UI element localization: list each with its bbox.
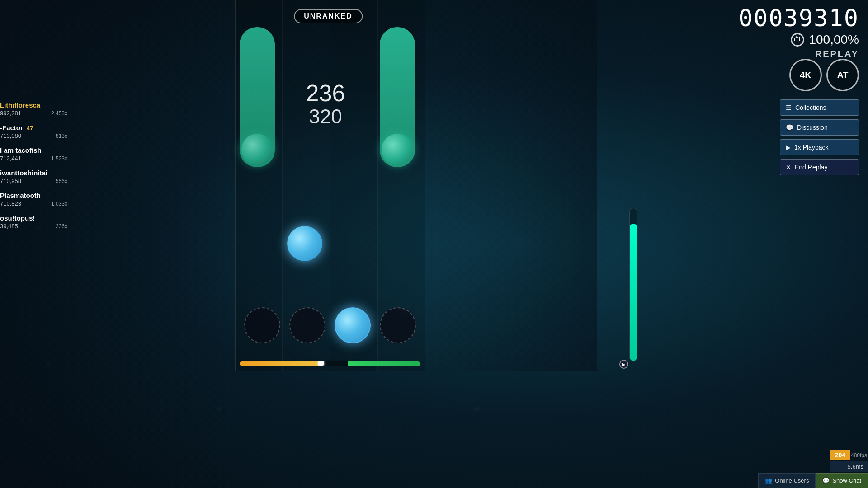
progress-bar — [240, 361, 420, 366]
end-replay-icon: ✕ — [786, 164, 791, 171]
player-name-3: I am tacofish — [0, 146, 67, 154]
collections-label: Collections — [795, 104, 826, 111]
discussion-label: Discussion — [797, 124, 828, 131]
accuracy-value: 100,00% — [809, 33, 859, 47]
score-points-1: 992,281 — [0, 110, 21, 117]
progress-end-button[interactable]: ▶ — [619, 360, 628, 369]
scoreboard-entry-4: iwanttoshinitai 710,958 556x — [0, 167, 70, 186]
playback-button[interactable]: ▶ 1x Playback — [780, 139, 859, 155]
scoreboard-entry-1: Lithifloresca 992,281 2,453x — [0, 99, 70, 118]
score-stats-6: 39,485 236x — [0, 223, 67, 230]
scoreboard: Lithifloresca 992,281 2,453x -Factor 47 … — [0, 99, 70, 235]
fps-value: 204 — [830, 450, 850, 460]
key-circle-3-active — [335, 307, 371, 343]
playback-icon: ▶ — [786, 144, 791, 151]
score-stats-4: 710,958 556x — [0, 178, 67, 184]
unranked-badge: UNRANKED — [294, 9, 363, 23]
score-combo-6: 236x — [56, 223, 67, 230]
replay-buttons: 4K AT — [789, 59, 859, 91]
collections-icon: ☰ — [786, 104, 792, 111]
replay-4k-button[interactable]: 4K — [789, 59, 822, 91]
player-name-1: Lithifloresca — [0, 101, 67, 109]
player-name-2: -Factor 47 — [0, 124, 67, 131]
timer-icon: ⏱ — [791, 33, 804, 47]
progress-left — [240, 361, 321, 366]
end-replay-button[interactable]: ✕ End Replay — [780, 159, 859, 175]
score-stats-3: 712,441 1,523x — [0, 155, 67, 162]
scoreboard-entry-2: -Factor 47 713,080 813x — [0, 122, 70, 141]
progress-end-icon: ▶ — [622, 362, 626, 367]
collections-button[interactable]: ☰ Collections — [780, 99, 859, 116]
background — [0, 0, 868, 488]
key-circle-2 — [289, 307, 326, 343]
score-points-5: 710,823 — [0, 200, 21, 207]
latency-value: 5.6ms — [830, 461, 868, 472]
online-users-button[interactable]: 👥 Online Users — [758, 473, 816, 488]
falling-note — [287, 226, 322, 261]
discussion-icon: 💬 — [786, 124, 793, 131]
score-combo-1: 2,453x — [51, 110, 67, 117]
score-combo-4: 556x — [56, 178, 67, 184]
top-score: 00039310 — [739, 5, 859, 32]
score-points-2: 713,080 — [0, 132, 21, 139]
scoreboard-entry-5: Plasmatooth 710,823 1,033x — [0, 190, 70, 209]
score-stats-5: 710,823 1,033x — [0, 200, 67, 207]
accuracy-display: ⏱ 100,00% — [791, 33, 859, 47]
score-points-4: 710,958 — [0, 178, 21, 184]
discussion-button[interactable]: 💬 Discussion — [780, 119, 859, 136]
key-area — [235, 307, 425, 343]
end-replay-label: End Replay — [795, 164, 827, 171]
score-display: 320 — [280, 107, 371, 127]
player-name-6: osu!topus! — [0, 214, 67, 222]
player-name-5: Plasmatooth — [0, 192, 67, 199]
perf-display: 204 480fps 5.6ms — [830, 450, 868, 472]
score-combo-3: 1,523x — [51, 155, 67, 162]
score-combo-5: 1,033x — [51, 201, 67, 207]
scoreboard-entry-3: I am tacofish 712,441 1,523x — [0, 145, 70, 164]
hp-bar — [629, 208, 637, 361]
show-chat-button[interactable]: 💬 Show Chat — [816, 473, 868, 488]
scoreboard-entry-6: osu!topus! 39,485 236x — [0, 212, 70, 231]
right-panel: ☰ Collections 💬 Discussion ▶ 1x Playback… — [780, 99, 859, 175]
replay-at-button[interactable]: AT — [826, 59, 859, 91]
key-circle-4 — [380, 307, 416, 343]
score-stats-2: 713,080 813x — [0, 132, 67, 139]
score-points-3: 712,441 — [0, 155, 21, 162]
show-chat-icon: 💬 — [822, 477, 830, 484]
fps-sub: 480fps — [851, 452, 867, 459]
key-circle-1 — [244, 307, 280, 343]
online-users-label: Online Users — [775, 477, 809, 484]
score-points-6: 39,485 — [0, 223, 18, 230]
replay-label: REPLAY — [815, 49, 859, 59]
bottom-bar: 👥 Online Users 💬 Show Chat — [758, 473, 868, 488]
hp-fill — [630, 224, 637, 361]
playback-label: 1x Playback — [794, 144, 828, 151]
combo-number: 236 — [280, 81, 371, 105]
progress-marker — [318, 361, 324, 366]
show-chat-label: Show Chat — [832, 477, 861, 484]
lane-separator-right — [425, 0, 425, 371]
score-stats-1: 992,281 2,453x — [0, 110, 67, 117]
player-name-4: iwanttoshinitai — [0, 169, 67, 177]
center-display: 236 320 — [280, 81, 371, 127]
score-combo-2: 813x — [56, 133, 67, 139]
online-users-icon: 👥 — [765, 477, 772, 484]
progress-right — [348, 361, 420, 366]
